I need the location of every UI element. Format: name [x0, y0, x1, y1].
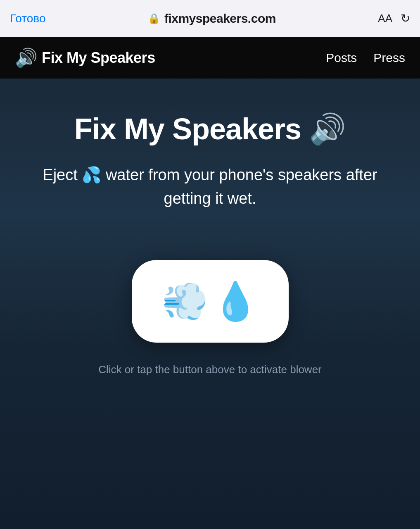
hero-subtitle: Eject 💦 water from your phone's speakers… [33, 163, 388, 210]
text-size-button[interactable]: AA [378, 12, 392, 25]
navbar-title: Fix My Speakers [42, 49, 155, 67]
blower-activate-button[interactable]: 💨 💧 [132, 260, 289, 343]
app-navbar: 🔊 Fix My Speakers Posts Press [0, 37, 420, 79]
main-content: Fix My Speakers 🔊 Eject 💦 water from you… [0, 79, 420, 529]
nav-posts-link[interactable]: Posts [326, 51, 357, 65]
water-drops-icon: 💧 [212, 283, 259, 320]
button-hint-text: Click or tap the button above to activat… [98, 363, 322, 376]
url-bar[interactable]: 🔒 fixmyspeakers.com [45, 12, 378, 26]
navbar-links: Posts Press [326, 51, 405, 65]
browser-controls: AA ↻ [378, 12, 410, 25]
refresh-button[interactable]: ↻ [401, 12, 410, 25]
lock-icon: 🔒 [148, 13, 160, 24]
nav-press-link[interactable]: Press [373, 51, 405, 65]
navbar-logo-icon: 🔊 [15, 47, 38, 69]
browser-url-text: fixmyspeakers.com [164, 12, 276, 26]
hero-title: Fix My Speakers 🔊 [74, 112, 346, 147]
browser-back-button[interactable]: Готово [10, 12, 45, 25]
wind-icon: 💨 [162, 283, 208, 320]
navbar-brand[interactable]: 🔊 Fix My Speakers [15, 47, 155, 69]
browser-bar: Готово 🔒 fixmyspeakers.com AA ↻ [0, 0, 420, 37]
